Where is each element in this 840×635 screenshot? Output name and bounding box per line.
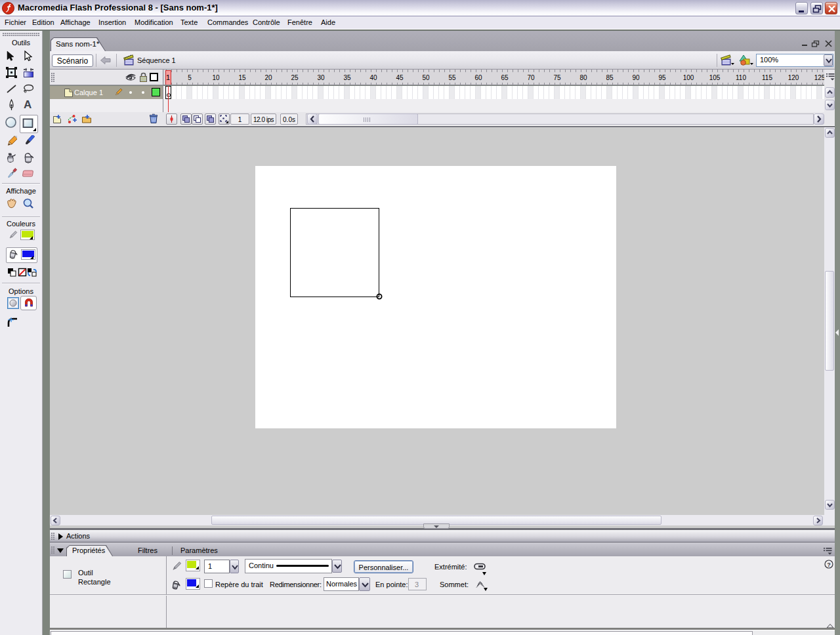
svg-text:?: ? xyxy=(827,562,831,568)
